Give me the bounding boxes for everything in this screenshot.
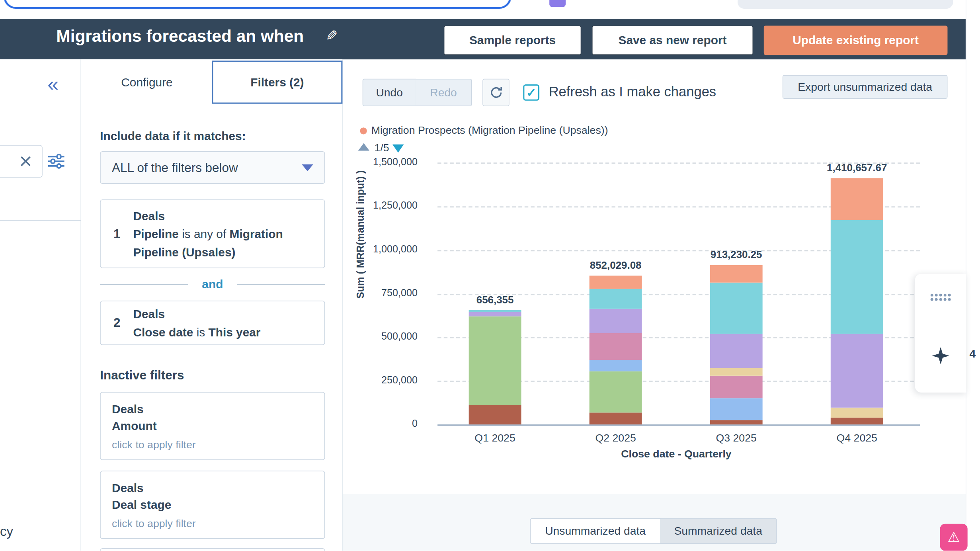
sample-reports-button[interactable]: Sample reports	[444, 25, 581, 55]
collapse-panel-chevron-icon[interactable]: «	[47, 74, 59, 94]
checkmark-icon: ✓	[526, 86, 536, 98]
bar-segment-rust[interactable]	[590, 412, 642, 424]
refresh-checkbox[interactable]: ✓	[523, 84, 539, 101]
rail-divider	[0, 220, 81, 221]
bar-segment-blue[interactable]	[590, 360, 642, 371]
filter-number: 1	[101, 227, 133, 241]
legend-pager-text: 1/5	[375, 142, 389, 154]
x-tick-label: Q3 2025	[699, 432, 773, 444]
bar-segment-teal[interactable]	[710, 283, 763, 334]
close-icon[interactable]	[19, 154, 33, 168]
filter-match-dropdown[interactable]: ALL of the filters below	[100, 151, 325, 184]
x-axis-title: Close date - Quarterly	[582, 448, 770, 461]
bar-segment-salmon[interactable]	[831, 178, 883, 220]
edit-title-pencil-icon[interactable]: ✎	[326, 27, 338, 44]
bar-segment-pink[interactable]	[710, 376, 763, 399]
bar-segment-purple[interactable]	[831, 334, 883, 408]
unsummarized-data-toggle[interactable]: Unsummarized data	[530, 518, 661, 544]
bar-segment-green[interactable]	[590, 371, 642, 413]
filter-match-dropdown-value: ALL of the filters below	[112, 160, 238, 175]
right-cut-text: 4	[969, 348, 976, 361]
x-tick-label: Q1 2025	[457, 432, 532, 444]
inactive-filter-card-partial	[100, 548, 325, 551]
bar-segment-teal[interactable]	[469, 310, 521, 312]
filter-description: DealsPipeline is any of Migration Pipeli…	[133, 207, 324, 261]
refresh-icon	[489, 86, 503, 100]
filter-card-1[interactable]: 1 DealsPipeline is any of Migration Pipe…	[100, 199, 325, 268]
report-title: Migrations forecasted an when	[56, 27, 304, 47]
tab-configure[interactable]: Configure	[94, 61, 200, 104]
filter-card-2[interactable]: 2 DealsClose date is This year	[100, 301, 325, 345]
divider	[237, 284, 325, 285]
redo-button[interactable]: Redo	[416, 79, 472, 106]
tab-filters[interactable]: Filters (2)	[212, 61, 342, 104]
inactive-filter-object: Deals	[112, 479, 313, 496]
filter-sliders-icon[interactable]	[47, 153, 65, 170]
and-connector: and	[100, 277, 325, 291]
bar-total-label: 656,355	[439, 293, 551, 305]
focused-input-outline[interactable]	[4, 0, 511, 9]
and-label: and	[188, 277, 237, 291]
bar-segment-tan[interactable]	[831, 408, 883, 418]
legend-pager-down-icon[interactable]	[392, 145, 404, 152]
refresh-button[interactable]	[482, 79, 510, 106]
inactive-filter-object: Deals	[112, 401, 313, 417]
bar-segment-tan[interactable]	[710, 368, 763, 376]
y-tick-label: 250,000	[349, 375, 418, 386]
divider	[100, 284, 188, 285]
x-tick-label: Q4 2025	[820, 432, 894, 444]
side-tools-card	[915, 274, 966, 393]
alert-badge-button[interactable]: ⚠	[940, 524, 968, 551]
copilot-sparkle-icon[interactable]	[931, 346, 951, 368]
bar-segment-salmon[interactable]	[710, 265, 763, 283]
bar-segment-purple[interactable]	[590, 309, 642, 333]
inactive-filter-card-amount[interactable]: Deals Amount click to apply filter	[100, 392, 325, 460]
inactive-filter-card-dealstage[interactable]: Deals Deal stage click to apply filter	[100, 471, 325, 539]
browser-search-pill[interactable]	[738, 0, 953, 9]
undo-button[interactable]: Undo	[363, 79, 416, 106]
clear-field-card[interactable]	[0, 145, 43, 178]
y-tick-label: 750,000	[349, 287, 418, 299]
x-tick-label: Q2 2025	[578, 432, 653, 444]
bar-segment-green[interactable]	[469, 317, 521, 405]
y-tick-label: 0	[349, 418, 418, 429]
bar-segment-rust[interactable]	[831, 418, 883, 424]
refresh-checkbox-label: Refresh as I make changes	[549, 84, 716, 100]
bar-segment-blue[interactable]	[710, 398, 763, 420]
y-axis-title: Sum ( MRR(manual input) )	[355, 103, 366, 365]
bar-segment-teal[interactable]	[590, 289, 642, 309]
bar-segment-salmon[interactable]	[590, 276, 642, 289]
chevron-down-icon	[302, 164, 313, 171]
y-tick-label: 1,000,000	[349, 244, 418, 255]
bar-segment-rust[interactable]	[469, 405, 521, 424]
bar-segment-pink[interactable]	[590, 333, 642, 360]
bar-segment-rust[interactable]	[710, 420, 763, 424]
save-as-new-report-button[interactable]: Save as new report	[592, 25, 753, 55]
left-cut-label: cy	[0, 524, 13, 539]
bar-segment-purple[interactable]	[469, 312, 521, 317]
apply-filter-hint: click to apply filter	[112, 518, 313, 530]
apply-filter-hint: click to apply filter	[112, 439, 313, 451]
x-axis-line	[437, 424, 920, 426]
inactive-filter-property: Deal stage	[112, 496, 313, 513]
y-tick-label: 1,500,000	[349, 156, 418, 168]
y-tick-label: 500,000	[349, 331, 418, 342]
filter-description: DealsClose date is This year	[133, 305, 324, 341]
legend-label: Migration Prospects (Migration Pipeline …	[371, 124, 608, 137]
left-rail	[0, 59, 81, 551]
warning-icon: ⚠	[948, 529, 960, 545]
report-builder-screen: Migrations forecasted an when ✎ Sample r…	[0, 0, 980, 551]
summarized-data-toggle[interactable]: Summarized data	[660, 518, 777, 544]
bar-segment-teal[interactable]	[831, 220, 883, 334]
bar-segment-purple[interactable]	[710, 334, 763, 368]
update-existing-report-button[interactable]: Update existing report	[764, 25, 948, 55]
bar-total-label: 913,230.25	[680, 249, 793, 261]
include-data-label: Include data if it matches:	[100, 129, 246, 143]
purple-extension-icon	[549, 0, 566, 7]
inactive-filter-property: Amount	[112, 418, 313, 434]
bar-total-label: 852,029.08	[559, 260, 672, 272]
right-edge-column	[966, 0, 980, 551]
drag-handle-dots-icon[interactable]	[930, 293, 951, 305]
y-tick-label: 1,250,000	[349, 200, 418, 211]
export-unsummarized-button[interactable]: Export unsummarized data	[783, 75, 948, 99]
